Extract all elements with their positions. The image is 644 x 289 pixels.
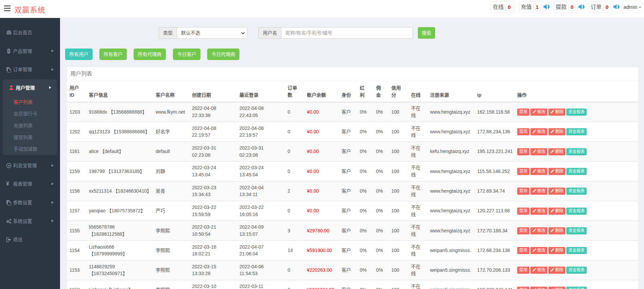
svg-text:P: P: [8, 164, 10, 168]
